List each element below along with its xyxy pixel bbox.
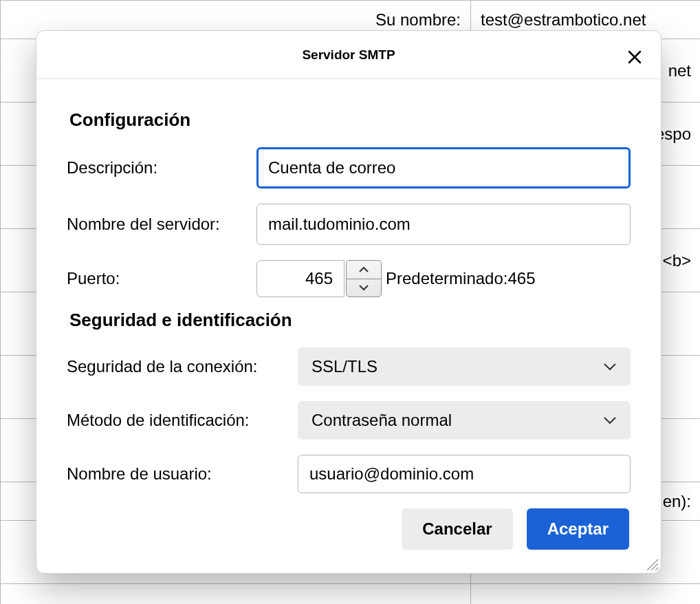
server-name-input[interactable] bbox=[256, 204, 631, 245]
port-label: Puerto: bbox=[67, 269, 245, 288]
auth-method-select[interactable]: Contraseña normal bbox=[298, 401, 631, 440]
connection-security-select[interactable]: SSL/TLS bbox=[298, 347, 631, 386]
svg-line-1 bbox=[651, 563, 658, 570]
username-input[interactable] bbox=[298, 455, 631, 493]
section-security-title: Seguridad e identificación bbox=[69, 310, 631, 331]
chevron-down-icon bbox=[603, 416, 617, 424]
server-name-label: Nombre del servidor: bbox=[67, 215, 245, 234]
dialog-title: Servidor SMTP bbox=[302, 47, 395, 63]
auth-method-value: Contraseña normal bbox=[311, 411, 452, 430]
resize-grip-icon[interactable] bbox=[644, 557, 658, 570]
smtp-server-dialog: Servidor SMTP Configuración Descripción:… bbox=[36, 30, 661, 574]
close-button[interactable] bbox=[625, 47, 644, 67]
chevron-down-icon bbox=[603, 363, 617, 371]
description-input[interactable] bbox=[256, 147, 631, 188]
auth-method-label: Método de identificación: bbox=[67, 411, 287, 430]
close-icon bbox=[627, 50, 642, 65]
connection-security-value: SSL/TLS bbox=[311, 357, 378, 376]
stepper-up-icon[interactable] bbox=[347, 261, 381, 279]
stepper-down-icon[interactable] bbox=[347, 279, 381, 297]
cancel-button[interactable]: Cancelar bbox=[402, 508, 512, 550]
port-input[interactable] bbox=[256, 260, 344, 297]
username-label: Nombre de usuario: bbox=[67, 464, 287, 484]
section-config-title: Configuración bbox=[69, 109, 631, 131]
port-default-value: 465 bbox=[507, 269, 535, 288]
description-label: Descripción: bbox=[67, 158, 245, 177]
port-stepper[interactable] bbox=[346, 260, 382, 297]
accept-button[interactable]: Aceptar bbox=[527, 508, 629, 550]
port-default-label: Predeterminado: bbox=[386, 269, 507, 288]
dialog-header: Servidor SMTP bbox=[36, 31, 661, 79]
connection-security-label: Seguridad de la conexión: bbox=[67, 357, 287, 376]
svg-line-2 bbox=[655, 568, 658, 570]
